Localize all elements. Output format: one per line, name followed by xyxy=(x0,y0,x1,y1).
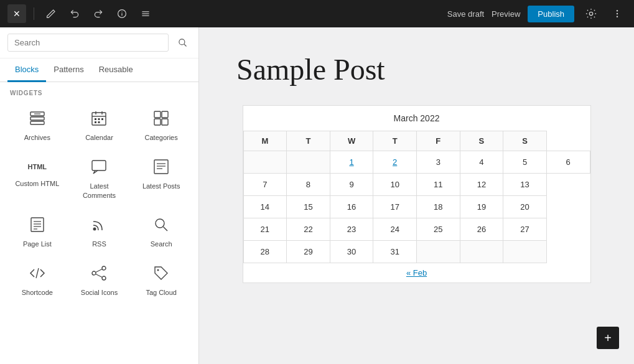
block-label-shortcode: Shortcode xyxy=(22,288,53,297)
undo-button[interactable] xyxy=(65,4,84,23)
calendar-cell-0-5: 4 xyxy=(460,151,503,174)
svg-rect-28 xyxy=(162,119,168,125)
calendar-nav: « Feb xyxy=(243,263,590,282)
calendar-cell-2-3: 17 xyxy=(373,196,417,218)
calendar-widget: March 2022 M T W T F S S 123456789101112… xyxy=(243,105,591,283)
settings-button[interactable] xyxy=(582,4,600,23)
redo-button[interactable] xyxy=(89,4,108,23)
list-view-button[interactable] xyxy=(136,4,155,23)
search-icon-button[interactable] xyxy=(174,34,191,52)
social-icon xyxy=(90,264,108,284)
calendar-cell-3-3: 24 xyxy=(373,218,417,241)
svg-rect-23 xyxy=(95,121,96,123)
block-item-page-list[interactable]: Page List xyxy=(7,209,67,255)
calendar-cell-1-2: 9 xyxy=(330,174,373,196)
svg-point-7 xyxy=(617,10,618,11)
search-block-icon xyxy=(152,216,170,236)
calendar-cell-1-6: 13 xyxy=(503,174,547,196)
svg-point-2 xyxy=(121,12,122,12)
block-item-calendar[interactable]: Calendar xyxy=(70,103,129,149)
calendar-cell-1-1: 8 xyxy=(287,174,330,196)
calendar-cell-4-4 xyxy=(417,241,460,263)
undo-icon xyxy=(70,9,80,19)
calendar-cell-4-6 xyxy=(503,241,547,263)
tab-patterns[interactable]: Patterns xyxy=(46,58,91,82)
edit-button[interactable] xyxy=(42,4,60,23)
tab-blocks[interactable]: Blocks xyxy=(7,58,46,82)
svg-rect-25 xyxy=(154,111,161,118)
svg-point-8 xyxy=(617,13,618,14)
block-label-page-list: Page List xyxy=(23,240,52,248)
save-draft-button[interactable]: Save draft xyxy=(447,9,484,19)
day-header-tue: T xyxy=(287,131,330,151)
svg-line-42 xyxy=(36,268,39,278)
search-icon xyxy=(178,38,187,47)
add-block-button[interactable]: + xyxy=(597,327,619,349)
svg-point-40 xyxy=(156,219,164,228)
calendar-cell-3-6: 27 xyxy=(503,218,547,241)
blocks-grid: Archives Calendar Categories xyxy=(7,103,191,304)
categories-icon xyxy=(152,110,170,129)
separator xyxy=(34,7,34,20)
sidebar-tabs: Blocks Patterns Reusable xyxy=(0,58,198,82)
info-button[interactable] xyxy=(113,4,131,23)
block-item-categories[interactable]: Categories xyxy=(131,103,191,149)
block-label-rss: RSS xyxy=(92,240,106,248)
list-icon xyxy=(141,9,151,19)
rss-icon xyxy=(90,216,108,236)
svg-point-9 xyxy=(617,16,618,17)
svg-rect-27 xyxy=(154,119,161,125)
calendar-cell-0-0 xyxy=(243,151,287,174)
block-label-archives: Archives xyxy=(24,133,50,142)
preview-button[interactable]: Preview xyxy=(492,9,520,19)
block-item-archives[interactable]: Archives xyxy=(7,103,67,149)
calendar-cell-1-5: 12 xyxy=(460,174,503,196)
block-item-shortcode[interactable]: Shortcode xyxy=(7,258,67,304)
day-header-mon: M xyxy=(243,131,287,151)
close-button[interactable]: ✕ xyxy=(7,4,26,23)
publish-button[interactable]: Publish xyxy=(528,6,574,22)
block-item-latest-posts[interactable]: Latest Posts xyxy=(131,151,191,207)
content-area: Sample Post March 2022 M T W T F S S xyxy=(199,27,634,364)
calendar-header: March 2022 xyxy=(243,106,590,131)
more-options-button[interactable] xyxy=(608,4,627,23)
calendar-cell-3-2: 23 xyxy=(330,218,373,241)
calendar-cell-2-6: 20 xyxy=(503,196,547,218)
svg-rect-30 xyxy=(154,160,168,174)
sidebar-search-area xyxy=(0,27,198,58)
block-item-rss[interactable]: RSS xyxy=(70,209,129,255)
calendar-cell-3-1: 22 xyxy=(287,218,330,241)
posts-icon xyxy=(152,158,170,178)
tag-icon xyxy=(152,264,170,284)
calendar-cell-2-1: 15 xyxy=(287,196,330,218)
day-header-wed: W xyxy=(330,131,373,151)
block-item-tag-cloud[interactable]: Tag Cloud xyxy=(131,258,191,304)
svg-rect-13 xyxy=(30,117,44,120)
calendar-cell-4-2: 30 xyxy=(330,241,373,263)
comments-icon xyxy=(90,158,108,178)
block-label-latest-posts: Latest Posts xyxy=(142,182,180,190)
svg-rect-21 xyxy=(98,118,100,120)
calendar-cell-0-6: 5 xyxy=(503,151,547,174)
svg-point-44 xyxy=(92,271,96,275)
archives-icon xyxy=(29,110,46,129)
calendar-table: M T W T F S S 12345678910111213141516171… xyxy=(243,131,590,263)
block-item-social-icons[interactable]: Social Icons xyxy=(70,258,129,304)
block-item-search[interactable]: Search xyxy=(131,209,191,255)
calendar-cell-0-3[interactable]: 2 xyxy=(373,151,417,174)
pagelist-icon xyxy=(29,216,46,236)
block-item-custom-html[interactable]: HTML Custom HTML xyxy=(7,151,67,207)
calendar-cell-1-4: 11 xyxy=(417,174,460,196)
calendar-cell-3-5: 26 xyxy=(460,218,503,241)
calendar-cell-4-1: 29 xyxy=(287,241,330,263)
block-item-latest-comments[interactable]: Latest Comments xyxy=(70,151,129,207)
prev-month-link[interactable]: « Feb xyxy=(406,268,427,278)
svg-line-41 xyxy=(164,226,168,231)
search-input[interactable] xyxy=(7,34,169,52)
tab-reusable[interactable]: Reusable xyxy=(91,58,141,82)
main-layout: Blocks Patterns Reusable WIDGETS Archive… xyxy=(0,27,634,364)
svg-rect-14 xyxy=(30,121,44,124)
day-header-thu: T xyxy=(373,131,417,151)
calendar-cell-0-2[interactable]: 1 xyxy=(330,151,373,174)
svg-point-39 xyxy=(93,227,96,230)
